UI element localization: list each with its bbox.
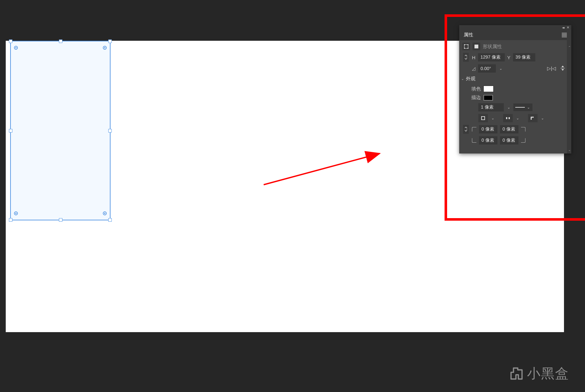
corner-radius-row-2: 0 像素 0 像素 xyxy=(462,136,565,145)
svg-rect-11 xyxy=(509,117,510,119)
fill-row: 填色 xyxy=(462,86,565,92)
shape-type-label: 形状属性 xyxy=(483,44,502,50)
panel-titlebar: ◂◂ ✕ xyxy=(459,25,571,30)
selected-rectangle-shape[interactable] xyxy=(10,41,111,220)
stroke-width-dropdown-icon[interactable]: ⌄ xyxy=(506,105,511,110)
properties-panel: ⌃ ⌄ ◂◂ ✕ 属性 形状属性 H 1297 像素 Y xyxy=(459,25,571,153)
close-panel-icon[interactable]: ✕ xyxy=(567,25,569,30)
svg-rect-5 xyxy=(464,48,465,49)
stroke-align-dropdown-icon[interactable]: ⌄ xyxy=(490,116,495,120)
resize-handle-bottom-left[interactable] xyxy=(9,218,12,222)
stroke-color-swatch[interactable] xyxy=(483,95,493,101)
corner-radius-row-1: 0 像素 0 像素 xyxy=(462,125,565,134)
corner-bl-icon xyxy=(472,138,476,143)
panel-tab-header[interactable]: 属性 xyxy=(459,30,571,40)
y-label: Y xyxy=(507,55,510,60)
collapse-panel-icon[interactable]: ◂◂ xyxy=(562,26,564,29)
watermark-logo-icon xyxy=(509,366,524,381)
corner-radius-handle-tl[interactable] xyxy=(14,46,18,50)
stroke-caps-button[interactable] xyxy=(503,114,513,122)
stroke-label: 描边 xyxy=(471,95,481,101)
watermark-text: 小黑盒 xyxy=(527,365,569,382)
angle-input[interactable]: 0.00° xyxy=(478,64,496,73)
angle-dropdown-icon[interactable]: ⌄ xyxy=(498,67,503,71)
height-label: H xyxy=(472,55,475,60)
scroll-up-icon[interactable]: ⌃ xyxy=(568,46,571,49)
panel-menu-icon[interactable] xyxy=(562,33,567,37)
link-corners-icon[interactable] xyxy=(463,125,469,134)
stroke-style-dropdown[interactable]: ⌄ xyxy=(513,103,532,111)
height-input[interactable]: 1297 像素 xyxy=(478,53,505,61)
watermark: 小黑盒 xyxy=(509,365,569,382)
svg-rect-7 xyxy=(474,45,478,48)
scroll-down-icon[interactable]: ⌄ xyxy=(568,148,571,152)
resize-handle-bottom-center[interactable] xyxy=(59,218,62,222)
stroke-corners-button[interactable] xyxy=(528,114,538,122)
svg-rect-6 xyxy=(467,48,468,49)
resize-handle-middle-left[interactable] xyxy=(9,129,12,132)
chevron-down-icon: ⌄ xyxy=(461,77,464,81)
resize-handle-top-left[interactable] xyxy=(9,39,12,43)
panel-title: 属性 xyxy=(464,32,473,38)
live-shape-icon[interactable] xyxy=(473,43,480,50)
svg-rect-4 xyxy=(467,44,468,45)
corner-radius-handle-br[interactable] xyxy=(103,211,107,215)
corner-br-icon xyxy=(521,138,525,143)
corner-tr-icon xyxy=(521,127,525,132)
bounding-box-icon[interactable] xyxy=(462,43,470,50)
corner-radius-handle-bl[interactable] xyxy=(14,211,18,215)
stroke-align-row: ⌄ ⌄ ⌄ xyxy=(462,114,565,122)
appearance-section-header[interactable]: ⌄ 外观 xyxy=(461,76,565,82)
stroke-corners-dropdown-icon[interactable]: ⌄ xyxy=(540,116,545,120)
panel-scrollbar[interactable]: ⌃ ⌄ xyxy=(567,30,571,153)
fill-label: 填色 xyxy=(471,86,481,92)
stroke-width-input[interactable]: 1 像素 xyxy=(478,103,504,111)
stroke-caps-dropdown-icon[interactable]: ⌄ xyxy=(515,116,520,120)
svg-rect-3 xyxy=(464,44,465,45)
rotation-row: ◿ 0.00° ⌄ ▷|◁ xyxy=(462,64,565,73)
corner-radius-tl-input[interactable]: 0 像素 xyxy=(479,125,497,133)
resize-handle-middle-right[interactable] xyxy=(108,129,112,132)
corner-radius-bl-input[interactable]: 0 像素 xyxy=(479,136,497,145)
y-input[interactable]: 39 像素 xyxy=(513,53,535,61)
appearance-title: 外观 xyxy=(466,76,475,82)
angle-icon: ◿ xyxy=(472,66,475,71)
resize-handle-bottom-right[interactable] xyxy=(108,218,112,222)
resize-handle-top-right[interactable] xyxy=(108,39,112,43)
link-dimensions-icon[interactable] xyxy=(463,53,469,62)
dimensions-row: H 1297 像素 Y 39 像素 xyxy=(462,53,565,62)
corner-radius-tr-input[interactable]: 0 像素 xyxy=(500,125,518,133)
flip-vertical-icon[interactable] xyxy=(560,66,565,72)
stroke-align-button[interactable] xyxy=(478,114,488,122)
shape-type-row: 形状属性 xyxy=(462,43,565,50)
corner-radius-br-input[interactable]: 0 像素 xyxy=(500,136,518,145)
stroke-row: 描边 xyxy=(462,95,565,101)
fill-color-swatch[interactable] xyxy=(483,86,494,92)
svg-rect-9 xyxy=(482,117,485,120)
corner-radius-handle-tr[interactable] xyxy=(103,46,107,50)
stroke-width-row: 1 像素 ⌄ ⌄ xyxy=(462,103,565,111)
resize-handle-top-center[interactable] xyxy=(59,39,62,43)
corner-tl-icon xyxy=(472,127,476,132)
svg-rect-10 xyxy=(506,117,507,119)
flip-horizontal-icon[interactable]: ▷|◁ xyxy=(547,66,556,71)
